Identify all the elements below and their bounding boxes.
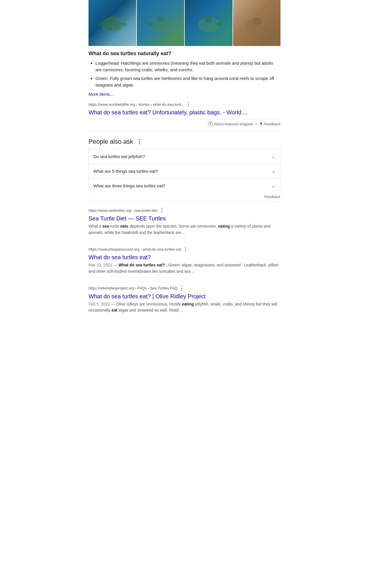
image-strip <box>89 0 280 46</box>
about-snippets-link[interactable]: ? About featured snippets <box>208 122 253 126</box>
result-1-snippet: What a sea turtle eats depends upon the … <box>89 223 280 236</box>
snippet-footer: ? About featured snippets • ⚑ Feedback <box>89 119 280 126</box>
feedback-button[interactable]: ⚑ Feedback <box>259 122 280 126</box>
result-3-title[interactable]: What do sea turtles eat? | Olive Ridley … <box>89 293 206 299</box>
chevron-down-icon-1: ⌄ <box>271 153 276 160</box>
result-2-dots-icon[interactable]: ⋮ <box>183 246 188 252</box>
snippet-list: Loggerhead: Hatchlings are omnivores (me… <box>89 60 280 88</box>
paa-question-1-text: Do sea turtles eat jellyfish? <box>93 154 145 159</box>
result-1-url-line: https://www.seeturtles.org › sea-turtle-… <box>89 207 280 214</box>
source-dots-icon[interactable]: ⋮ <box>186 101 191 107</box>
more-items-link[interactable]: More items... <box>89 92 114 97</box>
paa-header: People also ask ⋮ <box>89 138 280 145</box>
turtle-image-1[interactable] <box>89 0 136 46</box>
chevron-down-icon-2: ⌄ <box>271 168 276 174</box>
paa-feedback[interactable]: Feedback <box>89 195 280 199</box>
people-also-ask-section: People also ask ⋮ Do sea turtles eat jel… <box>89 138 280 199</box>
svg-point-6 <box>205 16 212 22</box>
paa-dots-icon[interactable]: ⋮ <box>136 138 143 145</box>
paa-question-3-text: What are three things sea turtles eat? <box>93 183 165 188</box>
question-circle-icon: ? <box>208 122 213 126</box>
flag-icon: ⚑ <box>259 122 263 126</box>
result-1-title[interactable]: Sea Turtle Diet — SEE Turtles <box>89 215 166 222</box>
result-3-snippet: Feb 5, 2022 — Olive ridleys are omnivoro… <box>89 301 280 314</box>
paa-heading: People also ask <box>89 138 133 145</box>
section-divider <box>89 201 280 201</box>
source-url-line: https://www.worldwildlife.org › stories … <box>89 101 280 107</box>
paa-question-2-text: What are 5 things sea turtles eat? <box>93 169 158 174</box>
search-result-3: https://oliveridleyproject.org › FAQs › … <box>89 285 280 318</box>
result-3-url: https://oliveridleyproject.org › FAQs › … <box>89 286 177 290</box>
result-3-url-line: https://oliveridleyproject.org › FAQs › … <box>89 285 280 291</box>
dot-separator: • <box>255 122 257 126</box>
search-result-2: https://seaturtlespacecoast.org › what-d… <box>89 246 280 279</box>
paa-question-3[interactable]: What are three things sea turtles eat? ⌄ <box>89 178 280 193</box>
paa-question-1[interactable]: Do sea turtles eat jellyfish? ⌄ <box>89 149 280 164</box>
chevron-down-icon-3: ⌄ <box>271 182 276 189</box>
turtle-image-3[interactable] <box>185 0 232 46</box>
result-3-date: Feb 5, 2022 — <box>89 302 116 306</box>
turtle-image-2[interactable] <box>137 0 184 46</box>
result-1-url: https://www.seeturtles.org › sea-turtle-… <box>89 208 157 213</box>
svg-point-8 <box>252 17 261 25</box>
search-result-1: https://www.seeturtles.org › sea-turtle-… <box>89 207 280 240</box>
turtle-image-4[interactable] <box>233 0 281 46</box>
source-url-text: https://www.worldwildlife.org › stories … <box>89 102 184 107</box>
result-2-url: https://seaturtlespacecoast.org › what-d… <box>89 247 181 251</box>
svg-point-2 <box>108 16 116 22</box>
result-2-date: Mar 23, 2021 — <box>89 263 118 267</box>
result-2-snippet: Mar 23, 2021 — What do sea turtles eat? … <box>89 262 280 274</box>
snippet-list-item-2: Green: Fully grown sea turtles are herbi… <box>95 75 280 88</box>
result-2-title[interactable]: What do sea turtles eat? <box>89 254 151 260</box>
result-3-dots-icon[interactable]: ⋮ <box>179 285 184 291</box>
snippet-list-item-1: Loggerhead: Hatchlings are omnivores (me… <box>95 60 280 73</box>
snippet-question: What do sea turtles naturally eat? <box>89 51 280 57</box>
paa-question-2[interactable]: What are 5 things sea turtles eat? ⌄ <box>89 164 280 178</box>
svg-point-4 <box>157 16 164 22</box>
featured-snippet: What do sea turtles naturally eat? Logge… <box>89 51 280 131</box>
featured-snippet-title[interactable]: What do sea turtles eat? Unfortunately, … <box>89 109 248 116</box>
result-2-url-line: https://seaturtlespacecoast.org › what-d… <box>89 246 280 252</box>
feedback-label: Feedback <box>264 122 280 126</box>
about-snippets-text: About featured snippets <box>214 122 253 126</box>
result-1-dots-icon[interactable]: ⋮ <box>159 207 165 214</box>
